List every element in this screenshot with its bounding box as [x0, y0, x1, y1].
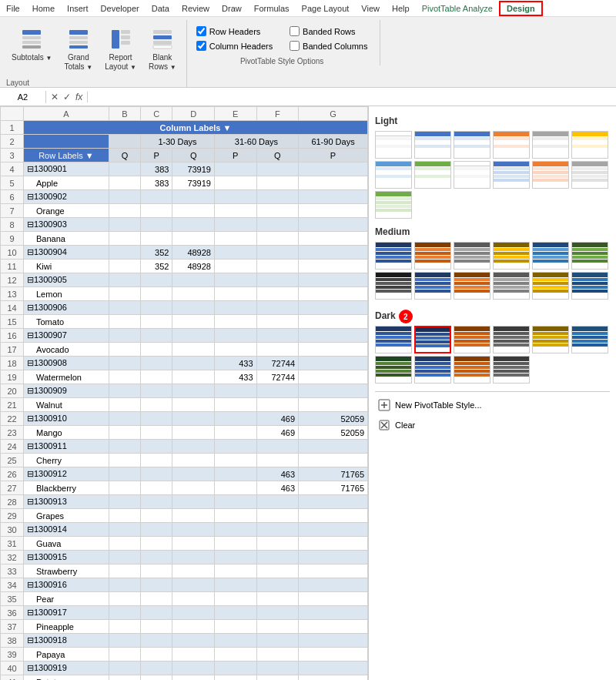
style-thumb-med-8[interactable]: [414, 272, 451, 300]
cancel-formula-icon[interactable]: ✕: [51, 92, 59, 102]
table-row: 21 Walnut: [1, 398, 368, 412]
style-thumb-light-teal[interactable]: [493, 161, 530, 189]
style-thumb-dark-8[interactable]: [414, 356, 451, 384]
menu-formulas[interactable]: Formulas: [248, 2, 296, 15]
cell: [256, 232, 299, 246]
cell: 73919: [172, 162, 215, 176]
menu-draw[interactable]: Draw: [216, 2, 248, 15]
report-layout-button[interactable]: ReportLayout ▼: [99, 23, 142, 75]
svg-rect-11: [121, 41, 130, 45]
style-thumb-dark-3[interactable]: [454, 326, 490, 353]
style-thumb-light-green[interactable]: [414, 161, 451, 189]
style-thumb-dark-4[interactable]: [493, 326, 530, 353]
menu-developer[interactable]: Developer: [95, 2, 146, 15]
cell: [109, 509, 140, 523]
col-headers-checkbox[interactable]: [196, 41, 206, 51]
table-row: 36 ⊟1300917: [1, 606, 368, 620]
grand-totals-button[interactable]: GrandTotals ▼: [59, 23, 98, 75]
cell: [141, 440, 172, 454]
formula-icons: ✕ ✓ fx: [46, 92, 88, 102]
style-thumb-med-11[interactable]: [532, 272, 569, 300]
menu-design[interactable]: Design: [499, 1, 543, 16]
insert-function-icon[interactable]: fx: [75, 92, 82, 102]
row-headers-checkbox[interactable]: [196, 26, 206, 36]
style-thumb-med-5[interactable]: [532, 242, 569, 270]
cell: [141, 301, 172, 315]
cell: [141, 648, 172, 662]
banded-cols-checkbox[interactable]: [290, 41, 300, 51]
menu-page-layout[interactable]: Page Layout: [296, 2, 356, 15]
spreadsheet[interactable]: A B C D E F G 1 Column Labels ▼ 2: [0, 106, 368, 680]
cell-a2[interactable]: [24, 135, 109, 149]
subtotals-button[interactable]: Subtotals ▼: [6, 23, 57, 66]
pivot-style-options-label: PivotTable Style Options: [196, 54, 368, 65]
blank-rows-button[interactable]: BlankRows ▼: [143, 23, 182, 75]
style-thumb-light-yellow[interactable]: [571, 131, 608, 159]
menu-help[interactable]: Help: [386, 2, 416, 15]
style-thumb-dark-5[interactable]: [532, 326, 569, 353]
style-thumb-med-7[interactable]: [375, 272, 412, 300]
style-thumb-light-green2[interactable]: [375, 191, 412, 219]
style-thumb-light-gray[interactable]: [532, 131, 569, 159]
menu-insert[interactable]: Insert: [61, 2, 95, 15]
menu-pivot-analyze[interactable]: PivotTable Analyze: [416, 2, 499, 15]
col-p2: P: [214, 149, 256, 162]
style-thumb-dark-2-selected[interactable]: [414, 326, 451, 353]
banded-rows-checkbox-label[interactable]: Banded Rows: [290, 26, 367, 36]
style-thumb-dark-9[interactable]: [454, 356, 490, 384]
style-thumb-med-12[interactable]: [571, 272, 608, 300]
col-headers-checkbox-label[interactable]: Column Headers: [196, 41, 274, 51]
style-thumb-med-2[interactable]: [414, 242, 451, 270]
style-thumb-med-6[interactable]: [571, 242, 608, 270]
style-thumb-light-orange2[interactable]: [532, 161, 569, 189]
menu-home[interactable]: Home: [26, 2, 61, 15]
style-thumb-light-2[interactable]: [454, 131, 490, 159]
style-thumb-dark-7[interactable]: [375, 356, 412, 384]
banded-cols-checkbox-label[interactable]: Banded Columns: [290, 41, 367, 51]
menu-review[interactable]: Review: [176, 2, 216, 15]
cell: 48928: [172, 260, 215, 273]
cell: [214, 273, 256, 287]
confirm-formula-icon[interactable]: ✓: [63, 92, 71, 102]
formula-input[interactable]: [88, 91, 616, 103]
style-thumb-med-3[interactable]: [454, 242, 490, 270]
new-pivottable-style-button[interactable]: New PivotTable Style...: [375, 397, 610, 414]
cell: [256, 675, 299, 681]
style-thumb-light-plain[interactable]: [375, 131, 412, 159]
style-thumb-light-1[interactable]: [414, 131, 451, 159]
cell: [172, 329, 215, 343]
menu-file[interactable]: File: [0, 2, 26, 15]
cell: [109, 343, 140, 357]
cell: [172, 523, 215, 537]
cell: [299, 675, 368, 681]
cell: Walnut: [24, 398, 109, 412]
row-headers-checkbox-label[interactable]: Row Headers: [196, 26, 274, 36]
table-row: 6 ⊟1300902: [1, 190, 368, 204]
style-thumb-dark-6[interactable]: [571, 326, 608, 353]
style-thumb-dark-1[interactable]: [375, 326, 412, 353]
style-thumb-med-4[interactable]: [493, 242, 530, 270]
cell: [109, 648, 140, 662]
cell: Papaya: [24, 648, 109, 662]
cell: [299, 343, 368, 357]
cell: Avocado: [24, 343, 109, 357]
style-thumb-light-gray2[interactable]: [571, 161, 608, 189]
style-thumb-med-10[interactable]: [493, 272, 530, 300]
menu-data[interactable]: Data: [146, 2, 176, 15]
clear-style-button[interactable]: Clear: [375, 417, 610, 434]
table-row: 41 Potatoes: [1, 675, 368, 681]
style-thumb-med-1[interactable]: [375, 242, 412, 270]
cell: [299, 260, 368, 273]
banded-rows-checkbox[interactable]: [290, 26, 300, 36]
style-thumb-dark-10[interactable]: [493, 356, 530, 384]
cell: [141, 620, 172, 634]
cell: [214, 260, 256, 273]
cell: [109, 606, 140, 620]
cell: [109, 357, 140, 370]
style-thumb-light-plain2[interactable]: [454, 161, 490, 189]
style-thumb-light-orange[interactable]: [493, 131, 530, 159]
cell-reference[interactable]: A2: [0, 91, 46, 103]
style-thumb-light-blue2[interactable]: [375, 161, 412, 189]
style-thumb-med-9[interactable]: [454, 272, 490, 300]
menu-view[interactable]: View: [355, 2, 386, 15]
